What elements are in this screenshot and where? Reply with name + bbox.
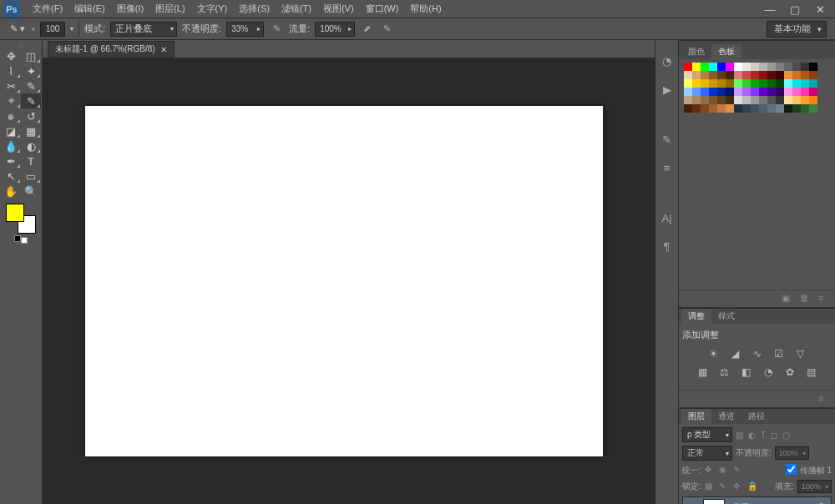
swatch-color[interactable] <box>717 96 726 104</box>
swatch-color[interactable] <box>684 104 692 113</box>
unify-style-icon[interactable]: ✎ <box>733 465 744 476</box>
type-tool[interactable]: T <box>21 154 41 169</box>
swatch-color[interactable] <box>809 63 817 71</box>
menu-view[interactable]: 视图(V) <box>317 3 360 15</box>
menu-filter[interactable]: 滤镜(T) <box>276 3 317 15</box>
swatch-color[interactable] <box>742 96 751 104</box>
swatch-color[interactable] <box>792 88 801 96</box>
swatch-color[interactable] <box>776 104 784 113</box>
close-tab-icon[interactable]: ✕ <box>160 45 167 54</box>
swatch-color[interactable] <box>717 63 726 71</box>
swatch-color[interactable] <box>801 71 809 79</box>
swatch-color[interactable] <box>717 71 726 79</box>
swatch-color[interactable] <box>809 88 817 96</box>
paragraph-panel-icon[interactable]: ¶ <box>658 237 676 255</box>
dodge-tool[interactable]: ◐ <box>21 139 41 154</box>
lock-transparent-icon[interactable]: ▦ <box>705 481 716 492</box>
stamp-tool[interactable]: ⎈ <box>1 108 21 123</box>
swatch-color[interactable] <box>726 79 734 88</box>
bw-icon[interactable]: ◧ <box>740 366 753 378</box>
swatch-color[interactable] <box>701 79 709 88</box>
swatch-color[interactable] <box>767 104 776 113</box>
foreground-color[interactable] <box>6 204 24 222</box>
layers-tab[interactable]: 图层 <box>681 409 711 424</box>
hue-icon[interactable]: ▦ <box>696 366 710 378</box>
crop-tool[interactable]: ✂ <box>1 78 21 93</box>
swatch-color[interactable] <box>776 88 784 96</box>
eraser-tool[interactable]: ◪ <box>1 123 21 139</box>
swatch-color[interactable] <box>801 96 809 104</box>
lock-position-icon[interactable]: ✥ <box>733 481 744 492</box>
swatch-color[interactable] <box>734 104 742 113</box>
shape-tool[interactable]: ▭ <box>21 169 41 184</box>
swatch-color[interactable] <box>726 104 734 113</box>
minimize-button[interactable]: — <box>762 3 778 15</box>
swatch-color[interactable] <box>784 88 792 96</box>
flow-input[interactable]: 100% <box>315 22 355 37</box>
swatch-color[interactable] <box>809 71 817 79</box>
delete-swatch-icon[interactable]: 🗑 <box>800 293 812 305</box>
swatch-color[interactable] <box>726 71 734 79</box>
swatch-color[interactable] <box>809 104 817 113</box>
swatch-color[interactable] <box>784 79 792 88</box>
layer-name[interactable]: 背景 <box>730 501 748 505</box>
swatch-color[interactable] <box>726 96 734 104</box>
swatch-color[interactable] <box>692 63 701 71</box>
filter-type-icon[interactable]: T <box>761 431 766 440</box>
swatch-color[interactable] <box>801 79 809 88</box>
menu-help[interactable]: 帮助(H) <box>404 3 447 15</box>
filter-adjust-icon[interactable]: ◐ <box>748 431 756 440</box>
swatch-color[interactable] <box>742 63 751 71</box>
swatch-color[interactable] <box>684 96 692 104</box>
swatch-color[interactable] <box>742 88 751 96</box>
channelmixer-icon[interactable]: ✿ <box>783 366 797 378</box>
swatch-color[interactable] <box>751 63 759 71</box>
swatch-color[interactable] <box>767 88 776 96</box>
swatch-color[interactable] <box>692 79 701 88</box>
swatch-color[interactable] <box>767 63 776 71</box>
swatch-color[interactable] <box>759 71 767 79</box>
balance-icon[interactable]: ⚖ <box>718 366 731 378</box>
layer-filter-dropdown[interactable]: ρ 类型 <box>682 427 732 442</box>
swatch-color[interactable] <box>751 88 759 96</box>
lock-all-icon[interactable]: 🔒 <box>747 481 758 492</box>
pressure-size-icon[interactable]: ✎ <box>380 22 395 37</box>
swatch-color[interactable] <box>776 79 784 88</box>
airbrush-icon[interactable]: ⬈ <box>360 22 375 37</box>
swatch-color[interactable] <box>734 88 742 96</box>
swatch-color[interactable] <box>726 63 734 71</box>
swatch-color[interactable] <box>792 96 801 104</box>
adjustments-menu-icon[interactable]: ≡ <box>818 393 830 405</box>
color-tab[interactable]: 颜色 <box>681 44 711 59</box>
swatch-color[interactable] <box>717 88 726 96</box>
swatches-grid[interactable] <box>682 61 832 114</box>
swatch-color[interactable] <box>751 71 759 79</box>
swatch-color[interactable] <box>784 104 792 113</box>
menu-edit[interactable]: 编辑(E) <box>68 3 111 15</box>
swatch-color[interactable] <box>776 96 784 104</box>
swatch-color[interactable] <box>759 79 767 88</box>
swatch-color[interactable] <box>767 71 776 79</box>
swatch-color[interactable] <box>801 104 809 113</box>
fill-input[interactable]: 100% <box>797 480 832 493</box>
exposure-icon[interactable]: ☑ <box>772 348 786 360</box>
swatch-color[interactable] <box>809 79 817 88</box>
blur-tool[interactable]: 💧 <box>1 139 21 154</box>
swatch-color[interactable] <box>701 96 709 104</box>
hand-tool[interactable]: ✋ <box>1 184 21 199</box>
wand-tool[interactable]: ✦ <box>21 63 41 78</box>
swatches-menu-icon[interactable]: ≡ <box>818 293 830 305</box>
new-swatch-icon[interactable]: ▣ <box>782 293 793 305</box>
swatch-color[interactable] <box>734 96 742 104</box>
eyedropper-tool[interactable]: ✎ <box>21 78 41 93</box>
layer-thumbnail[interactable] <box>703 499 725 504</box>
swatch-color[interactable] <box>701 63 709 71</box>
curves-icon[interactable]: ∿ <box>751 348 764 360</box>
lasso-tool[interactable]: ⌇ <box>1 63 21 78</box>
swatch-color[interactable] <box>692 96 701 104</box>
history-panel-icon[interactable]: ◔ <box>658 52 676 70</box>
swatch-color[interactable] <box>776 71 784 79</box>
swatch-color[interactable] <box>717 79 726 88</box>
swatch-color[interactable] <box>759 63 767 71</box>
swatch-color[interactable] <box>717 104 726 113</box>
